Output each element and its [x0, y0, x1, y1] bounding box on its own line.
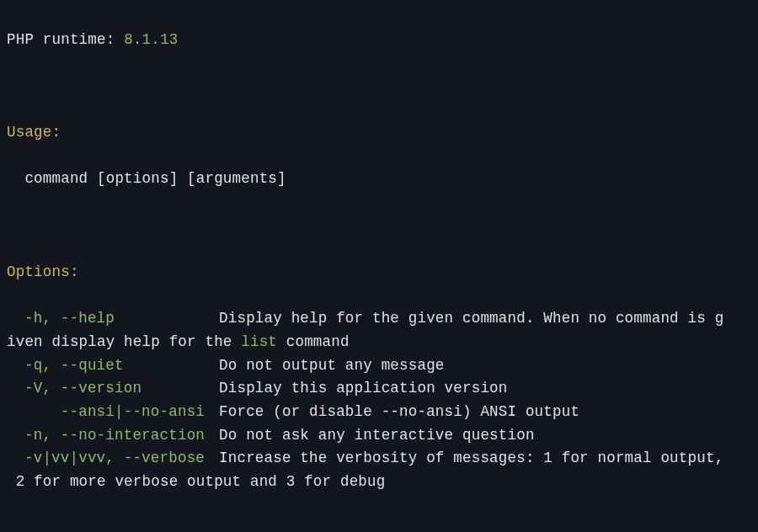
option-row: -h, --helpDisplay help for the given com…	[7, 307, 751, 331]
option-row: -n, --no-interactionDo not ask any inter…	[7, 424, 751, 448]
runtime-label: PHP runtime:	[7, 31, 124, 48]
list-command-ref: list	[241, 333, 277, 350]
option-flag: -q, --quiet	[24, 354, 219, 378]
option-wrap-line: iven display help for the list command	[7, 331, 751, 354]
option-flag: -V, --version	[24, 377, 219, 401]
blank-line	[7, 215, 751, 238]
runtime-line: PHP runtime: 8.1.13	[7, 29, 751, 52]
blank-line	[7, 517, 751, 532]
terminal-output: PHP runtime: 8.1.13 Usage: command [opti…	[0, 0, 758, 532]
options-block: -h, --helpDisplay help for the given com…	[7, 307, 751, 493]
option-description: Increase the verbosity of messages: 1 fo…	[219, 450, 723, 466]
option-description: Display this application version	[219, 380, 507, 396]
usage-line: command [options] [arguments]	[7, 168, 751, 191]
usage-heading: Usage:	[7, 121, 751, 145]
runtime-version: 8.1.13	[124, 31, 178, 48]
blank-line	[7, 75, 751, 98]
option-description: Force (or disable --no-ansi) ANSI output	[219, 403, 579, 420]
option-row: -q, --quietDo not output any message	[7, 354, 751, 378]
option-description: Do not ask any interactive question	[219, 427, 535, 444]
option-row: --ansi|--no-ansiForce (or disable --no-a…	[7, 401, 751, 424]
option-row: -V, --versionDisplay this application ve…	[7, 377, 751, 401]
option-flag: -n, --no-interaction	[24, 424, 219, 448]
option-description: Do not output any message	[219, 357, 445, 374]
option-flag: -v|vv|vvv, --verbose	[24, 447, 219, 471]
option-flag: --ansi|--no-ansi	[24, 401, 219, 424]
option-flag: -h, --help	[24, 307, 219, 331]
option-description: Display help for the given command. When…	[219, 310, 723, 327]
options-heading: Options:	[7, 261, 751, 285]
option-row: -v|vv|vvv, --verboseIncrease the verbosi…	[7, 447, 751, 471]
option-wrap-line: 2 for more verbose output and 3 for debu…	[7, 471, 751, 494]
